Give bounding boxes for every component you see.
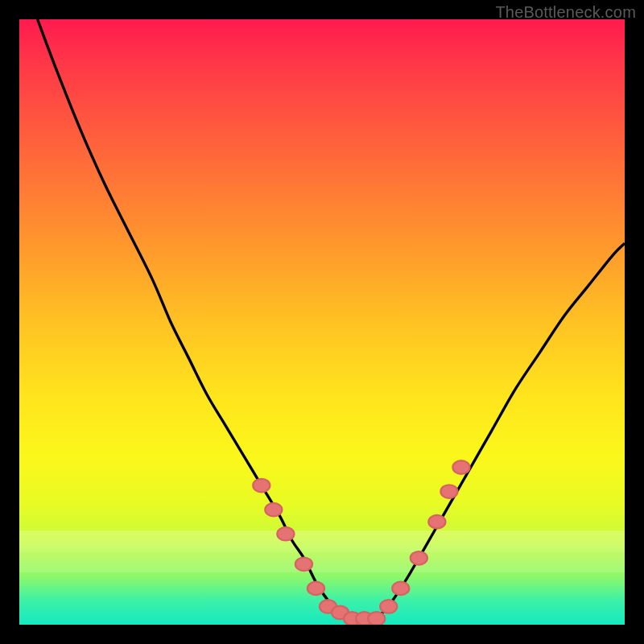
marker-dot <box>440 485 457 498</box>
marker-dot <box>452 460 469 474</box>
marker-dot <box>368 612 385 625</box>
marker-dot <box>253 479 270 493</box>
marker-dot <box>265 503 282 517</box>
chart-frame: TheBottleneck.com <box>0 0 644 644</box>
marker-dot <box>295 558 312 572</box>
marker-dot <box>277 527 294 541</box>
marker-dots <box>253 460 469 625</box>
attribution-text: TheBottleneck.com <box>495 3 636 22</box>
marker-dot <box>380 600 397 613</box>
marker-dot <box>428 515 445 529</box>
plot-area <box>19 19 625 625</box>
curve-svg <box>19 19 625 625</box>
bottleneck-curve <box>38 19 625 619</box>
marker-dot <box>411 551 427 565</box>
marker-dot <box>392 582 409 596</box>
marker-dot <box>308 582 324 596</box>
